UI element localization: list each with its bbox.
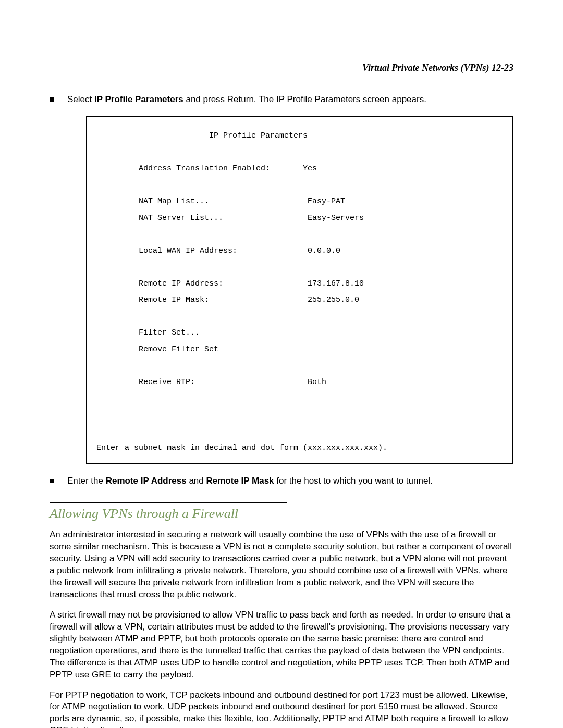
terminal-line: Receive RIP: Both xyxy=(96,378,503,387)
terminal-title: IP Profile Parameters xyxy=(96,132,503,140)
step-text: Enter the Remote IP Address and Remote I… xyxy=(67,476,513,486)
paragraph: An administrator interested in securing … xyxy=(50,529,513,601)
terminal-blank xyxy=(96,230,503,239)
bullet-square-icon xyxy=(50,479,54,483)
text-pre: Enter the xyxy=(67,476,106,486)
terminal-line: NAT Map List... Easy-PAT xyxy=(96,198,503,206)
terminal-line: NAT Server List... Easy-Servers xyxy=(96,214,503,223)
terminal-hint: Enter a subnet mask in decimal and dot f… xyxy=(96,444,503,452)
running-header: Virtual Private Networks (VPNs) 12-23 xyxy=(50,63,513,73)
terminal-blank xyxy=(96,313,503,321)
terminal-blank xyxy=(96,181,503,190)
section-rule xyxy=(50,502,287,503)
text-mid: and xyxy=(187,476,206,486)
text-bold-2: Remote IP Mask xyxy=(206,476,274,486)
step-text: Select IP Profile Parameters and press R… xyxy=(67,94,513,105)
bullet-square-icon xyxy=(50,97,54,102)
text-post: and press Return. The IP Profile Paramet… xyxy=(183,94,426,104)
terminal-blank xyxy=(96,427,503,436)
section-heading: Allowing VPNs through a Firewall xyxy=(50,506,513,522)
terminal-blank xyxy=(96,394,503,403)
terminal-line: Address Translation Enabled: Yes xyxy=(96,165,503,173)
text-bold: IP Profile Parameters xyxy=(94,94,183,104)
paragraph: A strict firewall may not be provisioned… xyxy=(50,609,513,681)
terminal-blank xyxy=(96,149,503,157)
paragraph: For PPTP negotiation to work, TCP packet… xyxy=(50,689,513,729)
terminal-line: Remove Filter Set xyxy=(96,346,503,354)
step-select-ip-profile: Select IP Profile Parameters and press R… xyxy=(50,94,513,105)
text-bold-1: Remote IP Address xyxy=(106,476,187,486)
terminal-line: Remote IP Mask: 255.255.0.0 xyxy=(96,296,503,304)
terminal-line: Filter Set... xyxy=(96,329,503,337)
terminal-blank xyxy=(96,411,503,419)
terminal-line: Local WAN IP Address: 0.0.0.0 xyxy=(96,247,503,255)
terminal-line: Remote IP Address: 173.167.8.10 xyxy=(96,280,503,288)
text-pre: Select xyxy=(67,94,94,104)
terminal-blank xyxy=(96,362,503,370)
text-post: for the host to which you want to tunnel… xyxy=(274,476,433,486)
terminal-blank xyxy=(96,263,503,272)
step-enter-remote-ip: Enter the Remote IP Address and Remote I… xyxy=(50,476,513,486)
page-container: Virtual Private Networks (VPNs) 12-23 Se… xyxy=(0,0,563,728)
terminal-screenshot: IP Profile Parameters Address Translatio… xyxy=(86,116,513,464)
